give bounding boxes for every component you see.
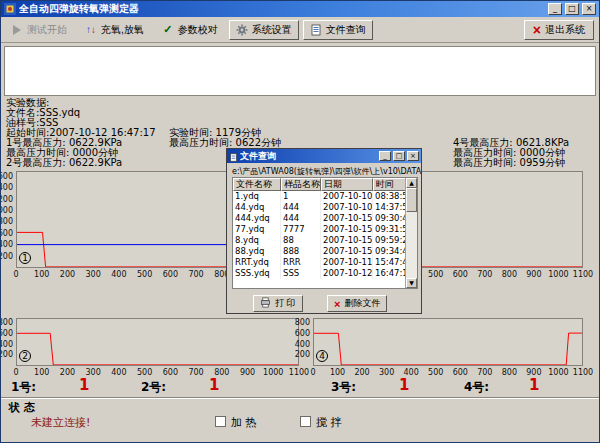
x-axis-tick-label: 100	[29, 270, 55, 279]
table-scrollbar[interactable]: ▲ ▼	[405, 178, 417, 288]
file-table-cell: 1.ydq	[233, 191, 281, 202]
file-table-cell: 1	[281, 191, 321, 202]
column-header-date[interactable]: 日期	[321, 178, 373, 191]
y-axis-tick-label: 200	[282, 350, 310, 359]
file-table-cell: 2007-10-15	[321, 213, 373, 224]
column-header-sample[interactable]: 样品名称	[281, 178, 321, 191]
data-folder-path: e:\产品\ATWA08(旋转氧弹)\四弹\软件\上\v10\DATA	[232, 166, 421, 177]
file-table-header: 文件名称 样品名称 日期 时间	[233, 178, 417, 191]
start-test-button[interactable]: 测试开始	[4, 20, 74, 40]
file-table-cell: 2007-10-12	[321, 268, 373, 279]
file-table-row[interactable]: 77.ydq77772007-10-1509:31:53	[233, 224, 417, 235]
file-table-row[interactable]: SSS.ydqSSS2007-10-1216:47:17	[233, 268, 417, 279]
file-table-row[interactable]: 444.ydq4442007-10-1509:30:45	[233, 213, 417, 224]
x-axis-tick-label: 100	[325, 368, 351, 377]
x-axis-tick-label: 700	[472, 368, 498, 377]
scroll-thumb[interactable]	[406, 188, 417, 212]
bomb-2-label: 2号:	[141, 379, 166, 396]
x-axis-tick-label: 700	[472, 270, 498, 279]
file-table-cell: RRR	[281, 257, 321, 268]
x-axis-tick-label: 600	[157, 368, 183, 377]
x-axis-tick-label: 600	[447, 270, 473, 279]
file-table-cell: 09:31:53	[373, 224, 406, 235]
y-axis-tick-label: 800	[0, 217, 13, 226]
y-axis-tick-label: 400	[0, 340, 13, 349]
heat-checkbox[interactable]	[215, 416, 226, 427]
file-table-cell: 77.ydq	[233, 224, 281, 235]
parameter-check-button[interactable]: ✓ 参数校对	[155, 20, 225, 40]
delete-file-button[interactable]: × 删除文件	[327, 295, 387, 312]
x-axis-tick-label: 300	[374, 368, 400, 377]
file-table-row[interactable]: 8.ydq882007-10-1509:59:20	[233, 235, 417, 246]
dialog-title: 文件查询	[240, 150, 377, 163]
file-table-cell: 2007-10-15	[321, 235, 373, 246]
x-axis-tick-label: 300	[80, 270, 106, 279]
file-table-cell: 2007-10-15	[321, 246, 373, 257]
y-axis-tick-label: 800	[282, 318, 310, 327]
file-table-cell: RRT.ydq	[233, 257, 281, 268]
exit-system-button[interactable]: × 退出系统	[524, 20, 594, 40]
minimize-button[interactable]: _	[548, 3, 562, 15]
x-axis-tick-label: 200	[54, 270, 80, 279]
x-axis-tick-label: 600	[447, 368, 473, 377]
y-axis-tick-label: 200	[0, 350, 13, 359]
system-settings-button[interactable]: 系统设置	[229, 20, 299, 40]
dialog-maximize-button[interactable]: □	[393, 151, 405, 161]
file-table: 文件名称 样品名称 日期 时间 1.ydq12007-10-1008:38:57…	[232, 177, 418, 289]
scroll-down-button[interactable]: ▼	[406, 278, 417, 288]
dialog-minimize-button[interactable]: _	[379, 151, 391, 161]
y-axis-tick-label: 1400	[0, 183, 13, 192]
file-table-cell: 09:59:20	[373, 235, 406, 246]
column-header-filename[interactable]: 文件名称	[233, 178, 281, 191]
stir-checkbox[interactable]	[300, 416, 311, 427]
bomb-3-value: 1	[399, 376, 409, 394]
oxygen-fill-release-button[interactable]: ↑↓ 充氧,放氧	[78, 20, 151, 40]
file-table-cell: 88.ydq	[233, 246, 281, 257]
chart-plot-bomb4	[313, 318, 583, 366]
series-pressure-kpa	[17, 333, 298, 365]
x-axis-tick-label: 600	[157, 270, 183, 279]
file-table-cell: 888	[281, 246, 321, 257]
y-axis-tick-label: 400	[0, 240, 13, 249]
app-icon	[4, 3, 16, 15]
file-table-cell: 44.ydq	[233, 202, 281, 213]
x-axis-tick-label: 1000	[260, 368, 286, 377]
print-button[interactable]: 打 印	[253, 295, 303, 312]
y-axis-tick-label: 1600	[0, 172, 13, 181]
file-table-cell: 444.ydq	[233, 213, 281, 224]
stir-checkbox-label: 搅 拌	[316, 415, 342, 430]
bomb-4-label: 4号:	[464, 379, 489, 396]
x-axis-tick-label: 0	[3, 368, 29, 377]
column-header-time[interactable]: 时间	[373, 178, 406, 191]
file-table-cell: 2007-10-10	[321, 191, 373, 202]
file-table-row[interactable]: 1.ydq12007-10-1008:38:57	[233, 191, 417, 202]
dialog-icon	[229, 147, 238, 166]
file-table-row[interactable]: 88.ydq8882007-10-1509:34:42	[233, 246, 417, 257]
x-axis-tick-label: 500	[423, 368, 449, 377]
file-table-cell: 08:38:57	[373, 191, 406, 202]
file-table-row[interactable]: RRT.ydqRRR2007-10-1115:47:45	[233, 257, 417, 268]
file-table-row[interactable]: 44.ydq4442007-10-1014:37:55	[233, 202, 417, 213]
x-axis-tick-label: 500	[132, 368, 158, 377]
x-axis-tick-label: 1000	[545, 368, 571, 377]
x-axis-tick-label: 200	[349, 368, 375, 377]
file-table-cell: SSS	[281, 268, 321, 279]
file-table-cell: 09:34:42	[373, 246, 406, 257]
chart-plot-bomb2	[16, 318, 299, 366]
printer-icon	[260, 297, 271, 310]
app-window: 全自动四弹旋转氧弹测定器 _ □ × 测试开始 ↑↓ 充氧,放氧 ✓ 参数校对 …	[0, 0, 600, 443]
experiment-data-line: 最高压力时间: 0622分钟	[169, 137, 281, 148]
delete-icon: ×	[334, 298, 340, 310]
maximize-button[interactable]: □	[565, 3, 579, 15]
file-query-button[interactable]: 文件查询	[303, 20, 373, 40]
dialog-close-button[interactable]: ×	[407, 151, 419, 161]
start-test-icon	[11, 24, 23, 36]
close-button[interactable]: ×	[582, 3, 596, 15]
file-table-cell: 16:47:17	[373, 268, 406, 279]
bomb-1-value: 1	[79, 376, 89, 394]
window-title: 全自动四弹旋转氧弹测定器	[19, 2, 545, 16]
oxygen-fill-release-icon: ↑↓	[85, 24, 97, 36]
scroll-up-button[interactable]: ▲	[406, 178, 417, 188]
settings-gear-icon	[236, 24, 248, 36]
file-table-cell: 15:47:45	[373, 257, 406, 268]
